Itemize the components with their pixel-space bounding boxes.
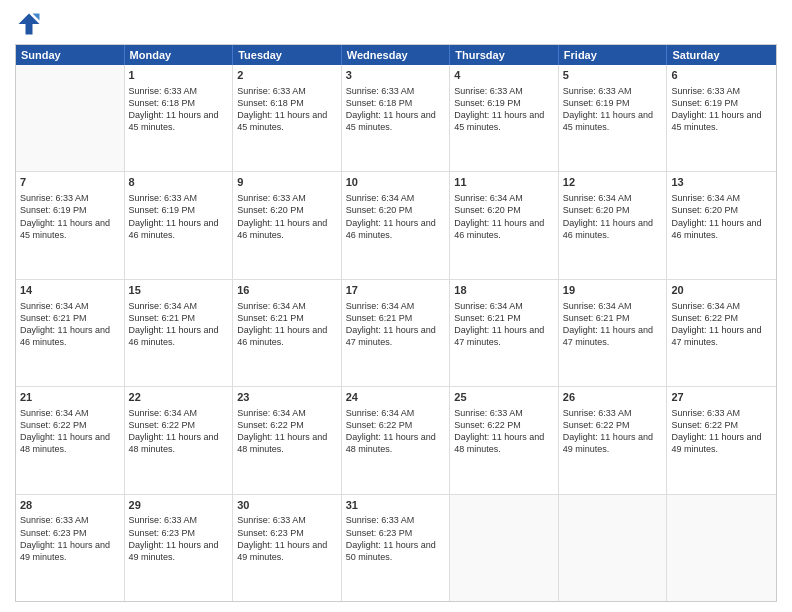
calendar-week-4: 21Sunrise: 6:34 AMSunset: 6:22 PMDayligh… — [16, 387, 776, 494]
calendar-cell: 6Sunrise: 6:33 AMSunset: 6:19 PMDaylight… — [667, 65, 776, 171]
day-number: 6 — [671, 68, 772, 83]
calendar-cell: 22Sunrise: 6:34 AMSunset: 6:22 PMDayligh… — [125, 387, 234, 493]
day-number: 24 — [346, 390, 446, 405]
day-number: 5 — [563, 68, 663, 83]
cell-info: Sunrise: 6:33 AMSunset: 6:18 PMDaylight:… — [346, 85, 446, 134]
cell-info: Sunrise: 6:34 AMSunset: 6:21 PMDaylight:… — [20, 300, 120, 349]
cell-info: Sunrise: 6:33 AMSunset: 6:18 PMDaylight:… — [237, 85, 337, 134]
cell-info: Sunrise: 6:34 AMSunset: 6:20 PMDaylight:… — [454, 192, 554, 241]
logo — [15, 10, 47, 38]
calendar-week-1: 1Sunrise: 6:33 AMSunset: 6:18 PMDaylight… — [16, 65, 776, 172]
calendar-cell: 3Sunrise: 6:33 AMSunset: 6:18 PMDaylight… — [342, 65, 451, 171]
cell-info: Sunrise: 6:34 AMSunset: 6:20 PMDaylight:… — [671, 192, 772, 241]
cell-info: Sunrise: 6:34 AMSunset: 6:22 PMDaylight:… — [129, 407, 229, 456]
header-day-thursday: Thursday — [450, 45, 559, 65]
day-number: 3 — [346, 68, 446, 83]
calendar-cell: 19Sunrise: 6:34 AMSunset: 6:21 PMDayligh… — [559, 280, 668, 386]
calendar-cell: 31Sunrise: 6:33 AMSunset: 6:23 PMDayligh… — [342, 495, 451, 601]
day-number: 10 — [346, 175, 446, 190]
calendar-cell: 15Sunrise: 6:34 AMSunset: 6:21 PMDayligh… — [125, 280, 234, 386]
day-number: 20 — [671, 283, 772, 298]
cell-info: Sunrise: 6:33 AMSunset: 6:19 PMDaylight:… — [454, 85, 554, 134]
cell-info: Sunrise: 6:33 AMSunset: 6:19 PMDaylight:… — [20, 192, 120, 241]
cell-info: Sunrise: 6:33 AMSunset: 6:18 PMDaylight:… — [129, 85, 229, 134]
cell-info: Sunrise: 6:34 AMSunset: 6:21 PMDaylight:… — [454, 300, 554, 349]
calendar-cell: 25Sunrise: 6:33 AMSunset: 6:22 PMDayligh… — [450, 387, 559, 493]
calendar-week-5: 28Sunrise: 6:33 AMSunset: 6:23 PMDayligh… — [16, 495, 776, 601]
day-number: 9 — [237, 175, 337, 190]
cell-info: Sunrise: 6:34 AMSunset: 6:21 PMDaylight:… — [346, 300, 446, 349]
cell-info: Sunrise: 6:34 AMSunset: 6:22 PMDaylight:… — [237, 407, 337, 456]
calendar-cell — [667, 495, 776, 601]
calendar-cell — [16, 65, 125, 171]
day-number: 16 — [237, 283, 337, 298]
day-number: 19 — [563, 283, 663, 298]
calendar-cell: 12Sunrise: 6:34 AMSunset: 6:20 PMDayligh… — [559, 172, 668, 278]
page: SundayMondayTuesdayWednesdayThursdayFrid… — [0, 0, 792, 612]
calendar-cell: 4Sunrise: 6:33 AMSunset: 6:19 PMDaylight… — [450, 65, 559, 171]
calendar-cell: 18Sunrise: 6:34 AMSunset: 6:21 PMDayligh… — [450, 280, 559, 386]
calendar-cell: 9Sunrise: 6:33 AMSunset: 6:20 PMDaylight… — [233, 172, 342, 278]
day-number: 30 — [237, 498, 337, 513]
cell-info: Sunrise: 6:33 AMSunset: 6:19 PMDaylight:… — [671, 85, 772, 134]
day-number: 13 — [671, 175, 772, 190]
calendar-cell: 26Sunrise: 6:33 AMSunset: 6:22 PMDayligh… — [559, 387, 668, 493]
day-number: 1 — [129, 68, 229, 83]
cell-info: Sunrise: 6:33 AMSunset: 6:23 PMDaylight:… — [129, 514, 229, 563]
calendar-cell: 8Sunrise: 6:33 AMSunset: 6:19 PMDaylight… — [125, 172, 234, 278]
day-number: 21 — [20, 390, 120, 405]
calendar-cell — [450, 495, 559, 601]
day-number: 4 — [454, 68, 554, 83]
cell-info: Sunrise: 6:34 AMSunset: 6:21 PMDaylight:… — [237, 300, 337, 349]
day-number: 12 — [563, 175, 663, 190]
calendar-cell: 13Sunrise: 6:34 AMSunset: 6:20 PMDayligh… — [667, 172, 776, 278]
cell-info: Sunrise: 6:34 AMSunset: 6:20 PMDaylight:… — [346, 192, 446, 241]
day-number: 7 — [20, 175, 120, 190]
calendar-cell — [559, 495, 668, 601]
day-number: 29 — [129, 498, 229, 513]
cell-info: Sunrise: 6:34 AMSunset: 6:20 PMDaylight:… — [563, 192, 663, 241]
calendar-cell: 27Sunrise: 6:33 AMSunset: 6:22 PMDayligh… — [667, 387, 776, 493]
calendar-cell: 29Sunrise: 6:33 AMSunset: 6:23 PMDayligh… — [125, 495, 234, 601]
day-number: 22 — [129, 390, 229, 405]
header — [15, 10, 777, 38]
day-number: 8 — [129, 175, 229, 190]
cell-info: Sunrise: 6:33 AMSunset: 6:23 PMDaylight:… — [237, 514, 337, 563]
calendar-cell: 2Sunrise: 6:33 AMSunset: 6:18 PMDaylight… — [233, 65, 342, 171]
cell-info: Sunrise: 6:33 AMSunset: 6:19 PMDaylight:… — [129, 192, 229, 241]
cell-info: Sunrise: 6:33 AMSunset: 6:23 PMDaylight:… — [346, 514, 446, 563]
calendar-week-2: 7Sunrise: 6:33 AMSunset: 6:19 PMDaylight… — [16, 172, 776, 279]
day-number: 23 — [237, 390, 337, 405]
day-number: 18 — [454, 283, 554, 298]
day-number: 26 — [563, 390, 663, 405]
calendar: SundayMondayTuesdayWednesdayThursdayFrid… — [15, 44, 777, 602]
cell-info: Sunrise: 6:33 AMSunset: 6:19 PMDaylight:… — [563, 85, 663, 134]
calendar-cell: 11Sunrise: 6:34 AMSunset: 6:20 PMDayligh… — [450, 172, 559, 278]
cell-info: Sunrise: 6:34 AMSunset: 6:22 PMDaylight:… — [671, 300, 772, 349]
cell-info: Sunrise: 6:33 AMSunset: 6:22 PMDaylight:… — [454, 407, 554, 456]
cell-info: Sunrise: 6:33 AMSunset: 6:22 PMDaylight:… — [563, 407, 663, 456]
day-number: 28 — [20, 498, 120, 513]
day-number: 15 — [129, 283, 229, 298]
calendar-cell: 28Sunrise: 6:33 AMSunset: 6:23 PMDayligh… — [16, 495, 125, 601]
calendar-week-3: 14Sunrise: 6:34 AMSunset: 6:21 PMDayligh… — [16, 280, 776, 387]
calendar-cell: 1Sunrise: 6:33 AMSunset: 6:18 PMDaylight… — [125, 65, 234, 171]
cell-info: Sunrise: 6:34 AMSunset: 6:22 PMDaylight:… — [346, 407, 446, 456]
calendar-cell: 7Sunrise: 6:33 AMSunset: 6:19 PMDaylight… — [16, 172, 125, 278]
calendar-body: 1Sunrise: 6:33 AMSunset: 6:18 PMDaylight… — [16, 65, 776, 601]
calendar-cell: 16Sunrise: 6:34 AMSunset: 6:21 PMDayligh… — [233, 280, 342, 386]
day-number: 14 — [20, 283, 120, 298]
cell-info: Sunrise: 6:33 AMSunset: 6:23 PMDaylight:… — [20, 514, 120, 563]
cell-info: Sunrise: 6:34 AMSunset: 6:21 PMDaylight:… — [129, 300, 229, 349]
day-number: 27 — [671, 390, 772, 405]
cell-info: Sunrise: 6:34 AMSunset: 6:22 PMDaylight:… — [20, 407, 120, 456]
day-number: 25 — [454, 390, 554, 405]
calendar-cell: 23Sunrise: 6:34 AMSunset: 6:22 PMDayligh… — [233, 387, 342, 493]
header-day-tuesday: Tuesday — [233, 45, 342, 65]
cell-info: Sunrise: 6:33 AMSunset: 6:22 PMDaylight:… — [671, 407, 772, 456]
header-day-sunday: Sunday — [16, 45, 125, 65]
logo-icon — [15, 10, 43, 38]
day-number: 17 — [346, 283, 446, 298]
calendar-cell: 17Sunrise: 6:34 AMSunset: 6:21 PMDayligh… — [342, 280, 451, 386]
calendar-cell: 10Sunrise: 6:34 AMSunset: 6:20 PMDayligh… — [342, 172, 451, 278]
